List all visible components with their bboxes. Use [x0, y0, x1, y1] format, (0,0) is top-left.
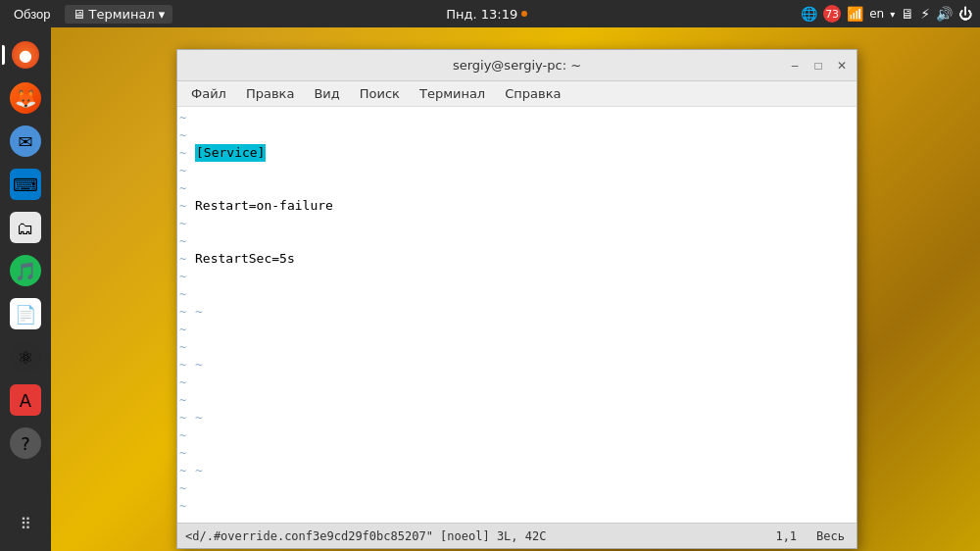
- display-icon[interactable]: 🖥: [901, 6, 914, 22]
- minimize-button[interactable]: –: [784, 55, 806, 76]
- tilde-7: ~: [195, 462, 203, 479]
- menu-terminal[interactable]: Терминал: [410, 83, 495, 104]
- terminal-icon: 🖥: [73, 7, 85, 22]
- taskbar: Обзор 🖥 Терминал ▾ Пнд. 13:19 🌐 73 📶 en …: [0, 0, 980, 27]
- overview-button[interactable]: Обзор: [8, 5, 57, 24]
- menu-edit[interactable]: Правка: [236, 83, 304, 104]
- maximize-button[interactable]: □: [808, 55, 829, 76]
- status-view-mode: Весь: [816, 529, 845, 543]
- service-header-highlight: [Service]: [195, 144, 266, 162]
- sidebar-item-grid[interactable]: ⠿: [6, 504, 45, 543]
- terminal-dropdown-icon: ▾: [159, 7, 166, 22]
- keyboard-dropdown-icon[interactable]: ▾: [890, 9, 895, 20]
- close-button[interactable]: ✕: [831, 55, 853, 76]
- tilde-5: ~: [195, 356, 203, 374]
- document-icon: 📄: [10, 298, 41, 329]
- line-numbers-gutter: ~~~~~ ~~~~~ ~~~~~ ~~~~~ ~~~: [177, 107, 191, 523]
- editor-line-8: ~: [195, 515, 853, 523]
- audio-icon[interactable]: 🔊: [936, 6, 953, 22]
- notification-dot: [521, 11, 527, 17]
- power-icon[interactable]: ⏻: [958, 6, 972, 22]
- editor-statusbar: <d/.#override.conf3e9cd29f0bc85207" [noe…: [177, 523, 857, 548]
- sidebar-item-files[interactable]: 🗂: [6, 208, 45, 247]
- terminal-window: sergiy@sergiy-pc: ~ – □ ✕ Файл Правка Ви…: [176, 49, 858, 549]
- datetime-label: Пнд. 13:19: [446, 7, 517, 22]
- terminal-taskbar-label: Терминал: [89, 7, 155, 22]
- sidebar-item-music[interactable]: 🎵: [6, 251, 45, 290]
- grid-icon: ⠿: [10, 508, 41, 539]
- sidebar-item-help[interactable]: ?: [6, 424, 45, 463]
- tilde-8: ~: [195, 515, 203, 523]
- sidebar-item-ubuntu[interactable]: ●: [6, 35, 45, 75]
- window-titlebar: sergiy@sergiy-pc: ~ – □ ✕: [177, 50, 857, 81]
- window-menubar: Файл Правка Вид Поиск Терминал Справка: [177, 81, 857, 107]
- status-cursor-position: 1,1: [775, 529, 797, 543]
- music-icon: 🎵: [10, 255, 41, 286]
- help-icon: ?: [10, 427, 41, 459]
- editor-content[interactable]: ~~~~~ ~~~~~ ~~~~~ ~~~~~ ~~~ [Service] Re…: [177, 107, 857, 523]
- editor-line-5: ~: [195, 356, 853, 374]
- editor-line-6: ~: [195, 409, 853, 426]
- editor-line-3: RestartSec=5s: [195, 250, 853, 268]
- notification-badge-icon[interactable]: 73: [823, 5, 841, 23]
- terminal-taskbar-item[interactable]: 🖥 Терминал ▾: [65, 5, 173, 24]
- editor-line-4: ~: [195, 303, 853, 321]
- sidebar-item-email[interactable]: ✉: [6, 122, 45, 161]
- tilde-6: ~: [195, 409, 203, 426]
- appstore-icon: A: [10, 384, 41, 416]
- files-icon: 🗂: [10, 212, 41, 243]
- sidebar-item-vscode[interactable]: ⌨: [6, 165, 45, 204]
- editor-line-2: Restart=on-failure: [195, 197, 853, 215]
- sidebar-item-document[interactable]: 📄: [6, 294, 45, 333]
- status-filename: <d/.#override.conf3e9cd29f0bc85207" [noe…: [185, 529, 775, 543]
- atom-icon: ⚛: [10, 341, 41, 373]
- restartsec-line: RestartSec=5s: [195, 250, 295, 268]
- email-icon: ✉: [10, 125, 41, 157]
- sidebar-item-firefox[interactable]: 🦊: [6, 78, 45, 118]
- tilde-4: ~: [195, 303, 203, 321]
- ubuntu-logo-icon: ●: [12, 41, 39, 69]
- menu-view[interactable]: Вид: [304, 83, 349, 104]
- network-icon[interactable]: 📶: [847, 6, 863, 22]
- editor-text-area[interactable]: [Service] Restart=on-failure RestartSec=…: [191, 107, 857, 523]
- vscode-icon: ⌨: [10, 169, 41, 200]
- sidebar-item-appstore[interactable]: A: [6, 380, 45, 420]
- firefox-icon: 🦊: [10, 82, 41, 114]
- editor-line-7: ~: [195, 462, 853, 479]
- vpn-icon[interactable]: 🌐: [801, 6, 817, 22]
- menu-file[interactable]: Файл: [181, 83, 236, 104]
- menu-search[interactable]: Поиск: [350, 83, 410, 104]
- window-title: sergiy@sergiy-pc: ~: [453, 58, 581, 73]
- menu-help[interactable]: Справка: [495, 83, 570, 104]
- editor-line-1: [Service]: [195, 144, 853, 162]
- restart-line: Restart=on-failure: [195, 197, 333, 215]
- network-wired-icon[interactable]: ⚡: [920, 6, 930, 22]
- sidebar-item-atom[interactable]: ⚛: [6, 337, 45, 376]
- keyboard-layout-label[interactable]: en: [869, 7, 884, 21]
- window-controls: – □ ✕: [784, 55, 853, 76]
- application-dock: ● 🦊 ✉ ⌨ 🗂 🎵 📄 ⚛ A ? ⠿: [0, 27, 51, 551]
